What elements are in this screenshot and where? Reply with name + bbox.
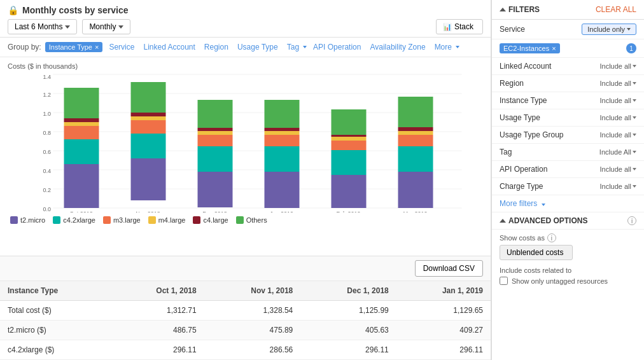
info-icon[interactable]: i [627,216,636,225]
groupby-label: Group by: [8,43,41,52]
svg-rect-19 [64,122,99,126]
legend-m4large: m4.large [148,216,186,224]
filter-row-api-operation: API Operation Include all [492,161,644,178]
region-dropdown[interactable]: Include all [599,80,636,87]
filter-row-linked-account: Linked Account Include all [492,58,644,75]
charge-type-dropdown[interactable]: Include all [599,183,636,190]
row-label-c4-2xlarge: c4.2xlarge ($) [0,340,111,360]
svg-rect-52 [398,146,433,172]
groupby-availability-zone-link[interactable]: Availability Zone [367,41,428,53]
more-filters-link[interactable]: More filters [492,195,644,212]
remove-ec2-icon[interactable]: × [552,45,556,52]
svg-rect-30 [198,172,233,207]
api-operation-dropdown[interactable]: Include all [599,165,636,173]
filter-row-region: Region Include all [492,75,644,92]
linked-account-dropdown[interactable]: Include all [599,62,636,70]
lock-icon: 🔒 [8,5,18,15]
download-csv-button[interactable]: Download CSV [415,260,483,277]
include-costs-label: Include costs related to [500,267,636,274]
svg-rect-35 [198,100,233,128]
legend-swatch-c4-2xlarge [53,216,60,224]
row-val-c4-2xlarge-dec: 296.11 [300,340,396,360]
chevron-down-icon [633,168,636,170]
instance-type-dropdown[interactable]: Include all [599,97,636,104]
show-costs-info-icon[interactable]: i [547,233,556,242]
table-row: c4.2xlarge ($) 296.11 286.56 296.11 296.… [0,340,491,360]
svg-text:Oct 2018: Oct 2018 [69,211,93,212]
untagged-resources-checkbox[interactable] [500,277,508,285]
groupby-more-link[interactable]: More [432,41,454,53]
col-header-dec: Dec 1, 2018 [300,281,396,301]
filter-label-usage-type: Usage Type [500,113,540,122]
svg-rect-21 [64,88,99,118]
table-section: Download CSV Instance Type Oct 1, 2018 N… [0,256,491,360]
remove-tag-icon[interactable]: × [95,43,99,51]
filter-row-service: Service Include only [492,20,644,39]
filter-label-region: Region [500,79,524,88]
svg-rect-48 [332,135,367,137]
bar-chart: 0.0 0.2 0.4 0.6 0.8 1.0 1.2 1.4 [8,73,483,212]
filter-row-tag: Tag Include All [492,144,644,161]
groupby-service-link[interactable]: Service [106,41,137,53]
service-badge: 1 [626,43,636,53]
table-row: t2.micro ($) 486.75 475.89 405.63 409.27 [0,321,491,340]
unblended-costs-dropdown[interactable]: Unblended costs [500,245,573,260]
svg-rect-38 [265,146,300,172]
filters-sidebar: FILTERS CLEAR ALL Service Include only E… [491,0,644,360]
chevron-down-icon [65,25,70,29]
svg-rect-53 [398,135,433,146]
svg-rect-28 [131,82,166,113]
svg-rect-51 [398,172,433,208]
legend-swatch-t2micro [10,216,18,224]
svg-rect-47 [332,137,367,141]
groupby-api-operation-link[interactable]: API Operation [311,41,363,53]
chart-y-label: Costs ($ in thousands) [8,62,483,70]
row-val-total-dec: 1,125.99 [300,301,396,321]
groupby-region-link[interactable]: Region [202,41,231,53]
row-val-total-nov: 1,328.54 [204,301,301,321]
svg-rect-23 [131,158,166,200]
col-header-instance-type: Instance Type [0,281,111,301]
legend-swatch-m3large [103,216,111,224]
svg-text:0.2: 0.2 [43,187,52,193]
filter-row-usage-type: Usage Type Include all [492,109,644,127]
filter-label-service: Service [500,25,525,34]
collapse-advanced-icon[interactable] [500,219,506,223]
row-val-t2micro-nov: 475.89 [204,321,301,340]
row-val-c4-2xlarge-oct: 296.11 [111,340,204,360]
filter-label-charge-type: Charge Type [500,182,543,191]
groupby-usage-type-link[interactable]: Usage Type [235,41,281,53]
chevron-down-icon [633,65,636,67]
ec2-instances-tag[interactable]: EC2-Instances × [500,43,560,53]
untagged-resources-row: Show only untagged resources [500,277,636,285]
svg-rect-20 [64,118,99,122]
tag-dropdown[interactable]: Include All [599,148,636,156]
svg-rect-24 [131,134,166,158]
table-row: Total cost ($) 1,312.71 1,328.54 1,125.9… [0,301,491,321]
svg-rect-31 [198,146,233,172]
usage-type-group-dropdown[interactable]: Include all [599,131,636,139]
collapse-icon[interactable] [500,8,506,11]
row-label-t2micro: t2.micro ($) [0,321,111,340]
stack-button[interactable]: 📊 Stack [436,19,483,34]
time-range-dropdown[interactable]: Last 6 Months [8,19,77,34]
groupby-linked-account-link[interactable]: Linked Account [141,41,197,53]
chart-container: 0.0 0.2 0.4 0.6 0.8 1.0 1.2 1.4 [8,73,483,212]
page-header: 🔒 Monthly costs by service Last 6 Months… [0,0,491,38]
svg-rect-39 [265,135,300,146]
groupby-active-tag[interactable]: Instance Type × [45,42,103,52]
filters-title: FILTERS [508,5,540,14]
service-include-only-button[interactable]: Include only [582,24,636,35]
svg-text:0.0: 0.0 [43,206,52,212]
col-header-nov: Nov 1, 2018 [204,281,301,301]
chevron-down-icon [633,185,636,188]
chevron-down-icon [118,25,123,29]
clear-all-button[interactable]: CLEAR ALL [596,5,636,14]
groupby-tag-link[interactable]: Tag [284,41,302,53]
granularity-dropdown[interactable]: Monthly [82,19,130,34]
chart-area: Costs ($ in thousands) 0.0 0.2 0.4 0.6 0… [0,57,491,256]
svg-text:Mar 2019: Mar 2019 [403,211,427,212]
col-header-oct: Oct 1, 2018 [111,281,204,301]
usage-type-dropdown[interactable]: Include all [599,114,636,121]
svg-text:1.4: 1.4 [43,74,52,80]
